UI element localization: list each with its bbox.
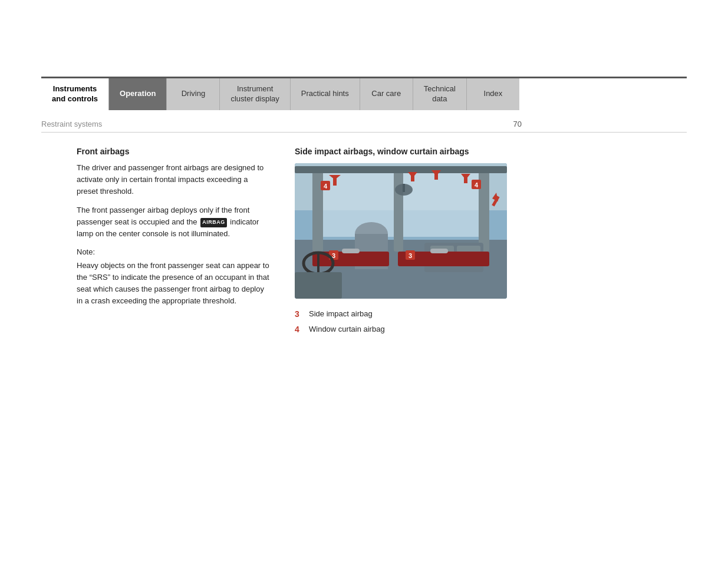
- front-airbags-title: Front airbags: [77, 147, 271, 156]
- svg-rect-39: [295, 272, 342, 299]
- svg-rect-15: [342, 249, 360, 253]
- side-airbags-title: Side impact airbags, window curtain airb…: [295, 147, 542, 156]
- legend-number-4: 4: [295, 325, 303, 334]
- breadcrumb: Restraint systems: [41, 120, 513, 128]
- front-airbags-para2: The front passenger airbag deploys only …: [77, 204, 271, 240]
- legend-item-4: 4 Window curtain airbag: [295, 325, 542, 334]
- page-number: 70: [513, 120, 522, 128]
- navigation-bar: Instruments and controls Operation Drivi…: [41, 77, 687, 110]
- svg-rect-36: [403, 184, 405, 192]
- svg-text:3: 3: [409, 252, 412, 259]
- svg-rect-16: [430, 249, 448, 253]
- legend-number-3: 3: [295, 309, 303, 319]
- svg-text:4: 4: [475, 181, 479, 189]
- nav-car-care[interactable]: Car care: [360, 78, 413, 110]
- legend-list: 3 Side impact airbag 4 Window curtain ai…: [295, 309, 542, 334]
- nav-operation[interactable]: Operation: [108, 78, 166, 110]
- nav-practical-hints[interactable]: Practical hints: [290, 78, 360, 110]
- page-header: Restraint systems 70: [41, 116, 687, 133]
- note-text: Heavy objects on the front passenger sea…: [77, 260, 271, 308]
- right-column: Side impact airbags, window curtain airb…: [295, 147, 542, 340]
- svg-rect-24: [434, 170, 438, 180]
- car-illustration: 4 4: [295, 163, 507, 299]
- legend-text-4: Window curtain airbag: [309, 325, 385, 333]
- nav-index[interactable]: Index: [466, 78, 519, 110]
- svg-rect-5: [394, 169, 403, 252]
- front-airbags-para1: The driver and passenger front airbags a…: [77, 162, 271, 197]
- nav-technical-data[interactable]: Technical data: [413, 78, 466, 110]
- svg-rect-26: [464, 174, 467, 183]
- svg-rect-18: [333, 175, 337, 186]
- nav-instruments[interactable]: Instruments and controls: [41, 78, 108, 110]
- note-label: Note:: [77, 247, 271, 256]
- legend-item-3: 3 Side impact airbag: [295, 309, 542, 319]
- content-area: Front airbags The driver and passenger f…: [41, 147, 687, 340]
- svg-rect-38: [317, 253, 319, 274]
- svg-rect-22: [411, 172, 414, 181]
- airbag-badge: AIRBAG: [200, 218, 227, 227]
- svg-rect-7: [295, 166, 507, 173]
- svg-text:4: 4: [324, 183, 328, 190]
- left-column: Front airbags The driver and passenger f…: [41, 147, 271, 340]
- nav-instrument-cluster[interactable]: Instrument cluster display: [219, 78, 289, 110]
- nav-driving[interactable]: Driving: [166, 78, 219, 110]
- legend-text-3: Side impact airbag: [309, 309, 373, 318]
